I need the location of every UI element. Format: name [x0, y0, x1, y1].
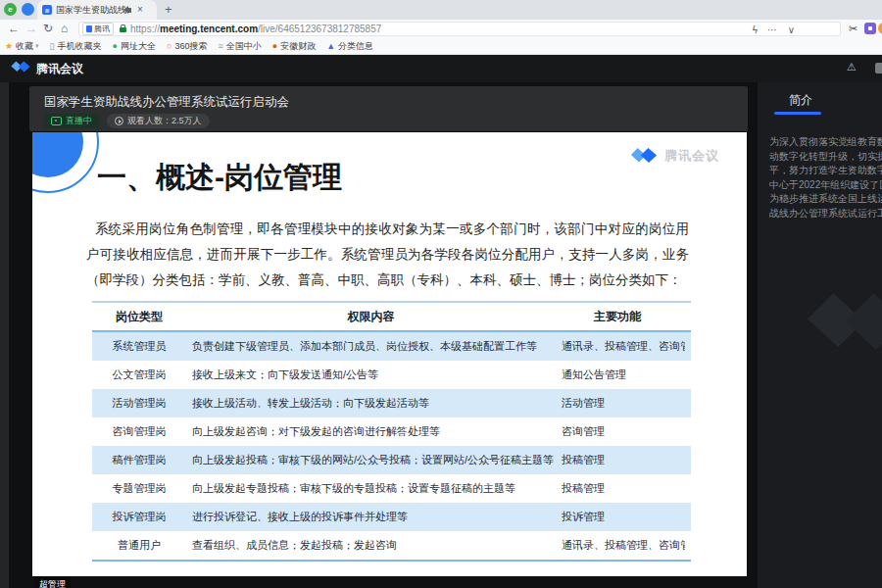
table-cell: 通讯录、投稿管理、咨询管理: [562, 339, 685, 354]
report-warning-icon[interactable]: ⚠: [847, 61, 857, 74]
bookmark-icon: ○: [167, 42, 172, 51]
live-label: 直播中: [66, 115, 92, 127]
bookmark-icon: ★: [5, 42, 13, 51]
bookmark-item[interactable]: ▲分类信息: [326, 40, 373, 53]
table-cell: 活动管理岗: [92, 396, 186, 411]
table-cell: 通知公告管理: [562, 368, 685, 382]
bookmark-item[interactable]: ●安徽财政: [272, 40, 316, 53]
bookmark-label: 安徽财政: [280, 40, 316, 53]
tab-audio-icon[interactable]: [128, 8, 131, 13]
table-header-cell: 岗位类型: [92, 309, 186, 325]
browser-toolbar: ← → ↻ ⌂ 腾讯 https://meeting.tencent.com/l…: [0, 20, 882, 38]
intro-text-line: 为深入贯彻落实党组教育数字化战略行动要求，: [769, 135, 882, 150]
tab-intro[interactable]: 简介: [789, 92, 812, 109]
ssl-lock-icon[interactable]: [120, 27, 126, 32]
table-header-cell: 主要功能: [556, 309, 679, 325]
meeting-title-panel: 国家学生资助战线办公管理系统试运行启动会 直播中 观看人数：2.5万人: [29, 86, 748, 131]
table-cell: 向上级发起专题投稿；审核下级的专题投稿；设置专题征稿的主题等: [186, 481, 562, 496]
bookmark-item[interactable]: ★收藏▾: [5, 40, 39, 53]
sidebar-watermark-logo-icon: [801, 286, 882, 361]
tab-title: 国家学生资助战线办公管理: [56, 4, 126, 17]
forward-button[interactable]: →: [25, 23, 37, 35]
viewers-badge: 观看人数：2.5万人: [107, 114, 210, 128]
bookmark-label: 分类信息: [338, 40, 373, 53]
table-cell: 接收上级来文；向下级发送通知/公告等: [186, 368, 562, 382]
table-row: 系统管理员负责创建下级管理员、添加本部门成员、岗位授权、本级基础配置工作等通讯录…: [92, 332, 691, 361]
slide-paragraph: 系统采用岗位角色制管理，即各管理模块中的接收对象为某一或多个部门时，该部门中对应…: [86, 217, 689, 293]
table-cell: 咨询管理岗: [92, 424, 186, 439]
bookmark-label: 收藏: [16, 40, 33, 53]
more-icon[interactable]: ⋯: [767, 24, 777, 35]
tab-intro-underline: [774, 112, 821, 115]
intro-text-line: 动数字化转型升级，切实提高学生资助战线: [769, 150, 882, 165]
table-row: 专题管理岗向上级发起专题投稿；审核下级的专题投稿；设置专题征稿的主题等投稿管理: [92, 474, 691, 503]
new-tab-button[interactable]: +: [165, 2, 172, 17]
intro-text-line: 平，努力打造学生资助数字化服务新生态，: [769, 164, 882, 178]
table-row: 普通用户查看组织、成员信息；发起投稿；发起咨询通讯录、投稿管理、咨询管理: [92, 531, 691, 560]
presentation-slide[interactable]: 腾讯会议 一、概述-岗位管理 系统采用岗位角色制管理，即各管理模块中的接收对象为…: [32, 132, 747, 576]
site-identity-badge[interactable]: 腾讯: [82, 23, 114, 35]
address-bar[interactable]: 腾讯 https://meeting.tencent.com/live/6465…: [78, 22, 841, 36]
browser-tab-bar: e ≣ 国家学生资助战线办公管理 × +: [0, 0, 882, 20]
table-row: 公文管理岗接收上级来文；向下级发送通知/公告等通知公告管理: [92, 361, 691, 389]
watermark-logo-icon: [629, 146, 659, 165]
meeting-header: 腾讯会议 ⚠: [0, 55, 882, 82]
intro-text-line: 中心于2022年组织建设了国家学生资助战: [769, 178, 882, 193]
bookmark-icon: ≡: [218, 42, 222, 51]
live-page: 国家学生资助战线办公管理系统试运行启动会 直播中 观看人数：2.5万人 腾讯会议…: [0, 82, 882, 588]
bookmarks-bar: ★收藏▾▯手机收藏夹●网址大全○360搜索≡全国中小●安徽财政▲分类信息: [0, 38, 882, 55]
slide-decoration-ring: [32, 132, 99, 193]
account-icon[interactable]: [22, 3, 34, 16]
table-cell: 通讯录、投稿管理、咨询管理: [562, 538, 685, 553]
table-header-row: 岗位类型 权限内容 主要功能: [92, 301, 691, 332]
bookmark-item[interactable]: ▯手机收藏夹: [50, 40, 102, 53]
left-edge-strip: [0, 82, 9, 588]
table-cell: 投稿管理: [562, 453, 685, 467]
bookmark-item[interactable]: ●网址大全: [113, 40, 156, 53]
refresh-button[interactable]: ↻: [43, 23, 53, 35]
live-icon: [51, 117, 62, 125]
site-doc-icon: [86, 25, 92, 32]
site-badge-label: 腾讯: [94, 24, 110, 34]
browser-logo-icon[interactable]: e: [4, 3, 17, 16]
back-button[interactable]: ←: [8, 23, 20, 35]
meeting-title: 国家学生资助战线办公管理系统试运行启动会: [44, 94, 289, 111]
slide-heading: 一、概述-岗位管理: [97, 158, 342, 198]
table-cell: 咨询管理: [562, 424, 685, 439]
url-text[interactable]: https://meeting.tencent.com/live/6465123…: [130, 24, 381, 34]
table-row: 稿件管理岗向上级发起投稿；审核下级的网站/公众号投稿；设置网站/公众号征稿主题等…: [92, 446, 691, 474]
intro-text: 为深入贯彻落实党组教育数字化战略行动要求，动数字化转型升级，切实提高学生资助战线…: [769, 135, 882, 220]
bookmark-icon: ▯: [50, 42, 55, 51]
bookmark-label: 网址大全: [121, 40, 156, 53]
home-button[interactable]: ⌂: [61, 23, 68, 35]
lightning-icon[interactable]: ϟ: [753, 24, 758, 35]
chevron-down-icon[interactable]: ∨: [788, 24, 795, 35]
table-row: 投诉管理岗进行投诉登记、接收上级的投诉事件并处理等投诉管理: [92, 503, 691, 531]
screenshot-scissors-icon[interactable]: ✂: [849, 23, 858, 35]
play-icon: [115, 117, 123, 125]
bookmark-item[interactable]: ○360搜索: [167, 40, 207, 53]
watermark-text: 腾讯会议: [664, 147, 719, 165]
table-cell: 普通用户: [92, 538, 186, 553]
extension-icon[interactable]: [864, 23, 876, 34]
tab-close-icon[interactable]: ×: [137, 5, 143, 15]
table-cell: 向上级发起咨询；对下级发起的咨询进行解答处理等: [186, 424, 562, 439]
presenter-name-tag: 超管理: [34, 576, 71, 588]
bookmark-icon: ▲: [326, 42, 335, 51]
table-cell: 进行投诉登记、接收上级的投诉事件并处理等: [186, 510, 562, 524]
bookmark-label: 手机收藏夹: [58, 40, 102, 53]
bookmark-item[interactable]: ≡全国中小: [218, 40, 261, 53]
table-cell: 投稿管理: [562, 481, 685, 496]
table-cell: 接收上级活动、转发上级活动；向下级发起活动等: [186, 396, 562, 411]
bookmark-caret-icon[interactable]: ▾: [35, 42, 39, 50]
table-cell: 公文管理岗: [92, 368, 186, 382]
table-body: 系统管理员负责创建下级管理员、添加本部门成员、岗位授权、本级基础配置工作等通讯录…: [92, 332, 691, 562]
table-cell: 系统管理员: [92, 339, 186, 354]
intro-text-line: 为稳步推进系统全国上线运行，经研究，: [769, 192, 882, 207]
viewers-label: 观看人数：2.5万人: [127, 115, 202, 127]
header-clipped-icon[interactable]: [875, 63, 882, 74]
intro-text-line: 战线办公管理系统试运行工作: [769, 207, 882, 221]
tencent-meeting-logo-icon: [10, 60, 31, 77]
browser-tab[interactable]: ≣ 国家学生资助战线办公管理 ×: [37, 0, 157, 20]
slide-watermark: 腾讯会议: [629, 146, 719, 165]
